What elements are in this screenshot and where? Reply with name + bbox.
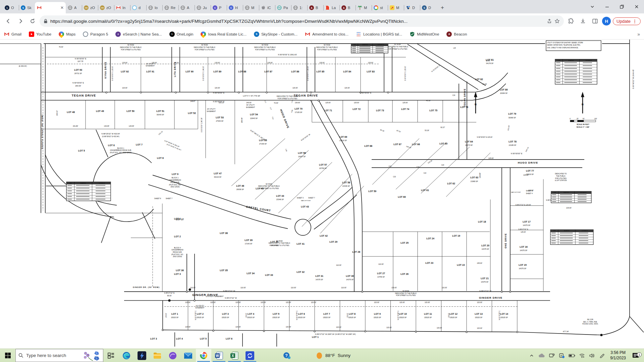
bookmark-10[interactable]: Locations | BGRS tal... <box>356 32 402 37</box>
bookmark-6[interactable]: 1OneLogin <box>169 32 194 37</box>
svg-text:LOT 28: LOT 28 <box>352 251 360 253</box>
bookmark-2[interactable]: YouTube <box>29 32 51 37</box>
back-icon[interactable] <box>3 16 13 26</box>
taskbar-sync-app-icon[interactable] <box>242 349 258 362</box>
onedrive-icon[interactable] <box>537 353 546 358</box>
tab-21[interactable]: AB <box>339 2 356 13</box>
svg-text:LOT 16: LOT 16 <box>520 246 528 248</box>
tab-15[interactable]: M <box>243 2 259 13</box>
address-bar[interactable]: https://mail.google.com/mail/u/0/?zx=xg2… <box>40 15 564 27</box>
tab-24[interactable]: ↗M <box>388 2 404 13</box>
svg-text:RIDGE SUB.: RIDGE SUB. <box>173 251 182 253</box>
tab-17[interactable]: Pa <box>275 2 291 13</box>
taskbar-task-view-icon[interactable] <box>103 349 119 362</box>
tab-25[interactable]: D <box>404 2 420 13</box>
bookmark-11[interactable]: MidWestOne <box>410 32 439 37</box>
tab-11[interactable]: A <box>178 2 195 13</box>
maximize-icon[interactable] <box>614 0 629 13</box>
new-tab-button[interactable]: + <box>438 3 447 12</box>
tab-8[interactable]: d <box>130 2 146 13</box>
share-icon[interactable] <box>546 18 552 24</box>
wifi-icon[interactable] <box>577 353 587 358</box>
tab-19[interactable]: AB <box>307 2 323 13</box>
volume-icon[interactable] <box>587 353 597 358</box>
window-menu-icon[interactable] <box>585 0 600 13</box>
battery-icon[interactable] <box>567 354 577 358</box>
bookmark-1[interactable]: Gmail <box>4 32 21 37</box>
reload-icon[interactable] <box>28 16 38 26</box>
tab-2[interactable]: SSk <box>19 2 35 13</box>
help-icon[interactable]: ? <box>279 349 294 362</box>
taskbar-edge-icon[interactable] <box>119 349 134 362</box>
svg-text:151.13': 151.13' <box>219 102 224 104</box>
tab-4[interactable]: A <box>66 2 82 13</box>
downloads-icon[interactable] <box>578 16 588 26</box>
bookmark-star-icon[interactable] <box>554 18 560 24</box>
taskbar-chrome-icon[interactable] <box>196 349 211 362</box>
side-panel-icon[interactable] <box>590 16 600 26</box>
tab-12[interactable]: Ju <box>195 2 211 13</box>
svg-text:DEDICATED TO THE PUBLIC: DEDICATED TO THE PUBLIC <box>120 47 142 48</box>
notification-center-icon[interactable]: 1 <box>629 353 643 359</box>
avatar[interactable]: H <box>602 17 611 25</box>
tab-3-active[interactable]: ✕ <box>35 2 66 13</box>
forward-icon[interactable] <box>15 16 25 26</box>
taskbar-paragon-bolt-icon[interactable] <box>134 349 150 362</box>
app-status-icon[interactable] <box>557 353 567 358</box>
taskbar-clock[interactable]: 3:56 PM 9/1/2023 <box>607 350 629 361</box>
tab-6[interactable]: ONEzO <box>98 2 114 13</box>
extensions-icon[interactable] <box>566 16 576 26</box>
svg-text:N 00°33'38" E: N 00°33'38" E <box>499 311 500 320</box>
svg-text:115.00': 115.00' <box>399 301 405 303</box>
svg-text:75.64': 75.64' <box>59 46 63 48</box>
taskbar-word-icon[interactable]: W <box>211 349 227 362</box>
tab-1[interactable]: 1O <box>3 2 19 13</box>
tray-chevron-icon[interactable] <box>527 353 536 358</box>
bookmark-8[interactable]: SSkySlope - Custom... <box>254 32 298 37</box>
svg-text:LOT 54: LOT 54 <box>250 113 258 116</box>
bookmark-12[interactable]: ABeacon <box>446 32 467 37</box>
tab-10[interactable]: Re <box>162 2 178 13</box>
tab-23[interactable]: st <box>372 2 388 13</box>
bookmark-7[interactable]: Iowa Real Estate Lic... <box>201 32 246 37</box>
svg-text:135.00': 135.00' <box>448 313 450 318</box>
weather-widget[interactable]: 88°F Sunny <box>313 349 353 362</box>
bookmark-4[interactable]: Paragon 5 <box>83 32 108 37</box>
bookmark-3[interactable]: Maps <box>59 32 75 37</box>
tab-22[interactable]: M <box>356 2 372 13</box>
svg-text:LOT 3: LOT 3 <box>222 313 229 315</box>
svg-text:43.18': 43.18' <box>426 100 430 102</box>
taskbar-mail-icon[interactable] <box>180 349 196 362</box>
pen-icon[interactable] <box>597 353 607 358</box>
tab-20[interactable]: La <box>323 2 339 13</box>
taskbar-excel-icon[interactable]: X <box>227 349 242 362</box>
tab-26[interactable]: SD <box>420 2 436 13</box>
tab-7[interactable]: In <box>114 2 130 13</box>
url-text[interactable]: https://mail.google.com/mail/u/0/?zx=xg2… <box>50 19 544 24</box>
taskbar-purple-app-icon[interactable] <box>165 349 180 362</box>
svg-text:LOT 47: LOT 47 <box>214 172 222 175</box>
display-cast-icon[interactable] <box>547 353 556 358</box>
tab-9[interactable]: Io <box>146 2 162 13</box>
tab-16[interactable]: iC <box>259 2 275 13</box>
tab-14[interactable]: CH <box>227 2 243 13</box>
tab-label: st <box>380 6 383 10</box>
close-icon[interactable] <box>629 0 644 13</box>
minimize-icon[interactable] <box>600 0 614 13</box>
update-button[interactable]: Update ⋮ <box>613 17 641 25</box>
start-button[interactable] <box>0 349 15 362</box>
svg-text:TEGAN DRIVE: TEGAN DRIVE <box>72 94 96 97</box>
taskbar-search-input[interactable]: Type here to search <box>15 349 103 362</box>
browser-menu-icon[interactable]: ⋮ <box>633 19 637 24</box>
svg-text:KYNA DRIVE: KYNA DRIVE <box>104 62 107 78</box>
tab-18[interactable]: 1: <box>291 2 307 13</box>
taskbar-file-explorer-icon[interactable] <box>150 349 165 362</box>
bookmark-5[interactable]: eeSearch | Name Sea... <box>115 32 162 37</box>
tab-5[interactable]: ONEzO <box>82 2 98 13</box>
tab-close-icon[interactable]: ✕ <box>60 5 64 10</box>
svg-text:HUGO DRIVE: HUGO DRIVE <box>279 109 290 129</box>
bookmarks-overflow-icon[interactable]: » <box>637 32 640 37</box>
svg-text:C24: C24 <box>389 166 392 167</box>
bookmark-9[interactable]: Amendment to clos... <box>305 32 348 37</box>
tab-13[interactable]: CP <box>211 2 227 13</box>
